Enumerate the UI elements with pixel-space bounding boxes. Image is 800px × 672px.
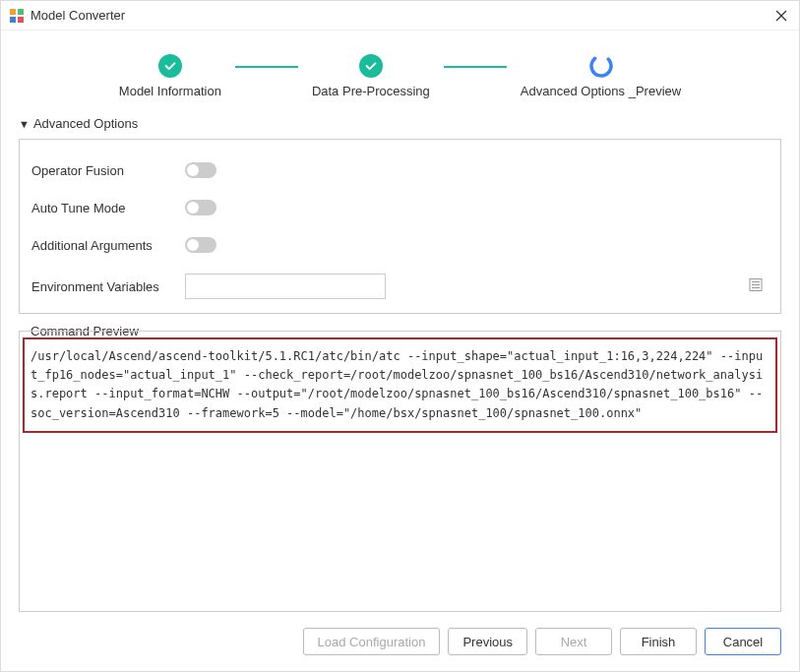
footer: Load Configuration Previous Next Finish …	[1, 612, 799, 671]
step-data-preprocessing[interactable]: Data Pre-Processing	[312, 54, 430, 98]
previous-button[interactable]: Previous	[448, 628, 527, 655]
app-icon	[9, 8, 25, 24]
svg-point-6	[589, 54, 613, 78]
svg-rect-1	[18, 9, 24, 15]
advanced-options-toggle[interactable]: ▼ Advanced Options	[19, 116, 781, 131]
operator-fusion-toggle[interactable]	[185, 162, 216, 178]
command-text[interactable]: /usr/local/Ascend/ascend-toolkit/5.1.RC1…	[23, 337, 777, 433]
step-label: Advanced Options _Preview	[521, 84, 681, 98]
dialog-window: Model Converter Model Information Data P…	[0, 0, 800, 672]
step-advanced-options[interactable]: Advanced Options _Preview	[521, 54, 681, 98]
env-vars-label: Environment Variables	[31, 279, 185, 294]
options-panel: Operator Fusion Auto Tune Mode Additiona…	[19, 139, 781, 314]
step-connector	[235, 66, 298, 68]
auto-tune-toggle[interactable]	[185, 200, 216, 215]
spinner-icon	[589, 54, 613, 78]
next-button[interactable]: Next	[535, 628, 612, 655]
content-area: ▼ Advanced Options Operator Fusion Auto …	[1, 116, 799, 612]
option-row: Environment Variables	[31, 264, 769, 313]
list-icon[interactable]	[749, 278, 763, 295]
titlebar: Model Converter	[1, 1, 799, 31]
step-label: Model Information	[119, 84, 221, 98]
cancel-button[interactable]: Cancel	[705, 628, 781, 655]
operator-fusion-label: Operator Fusion	[31, 163, 185, 178]
window-title: Model Converter	[31, 8, 771, 23]
auto-tune-label: Auto Tune Mode	[31, 201, 185, 215]
option-row: Additional Arguments	[31, 226, 769, 264]
stepper: Model Information Data Pre-Processing Ad…	[1, 31, 799, 116]
step-connector	[444, 66, 507, 68]
step-label: Data Pre-Processing	[312, 84, 430, 98]
option-row: Operator Fusion	[31, 152, 769, 189]
step-model-information[interactable]: Model Information	[119, 54, 221, 98]
svg-rect-0	[10, 9, 16, 15]
svg-rect-2	[10, 17, 16, 23]
finish-button[interactable]: Finish	[620, 628, 697, 655]
load-configuration-button[interactable]: Load Configuration	[303, 628, 441, 655]
svg-rect-3	[18, 17, 24, 23]
section-title: Advanced Options	[33, 116, 138, 131]
triangle-down-icon: ▼	[19, 118, 30, 130]
close-icon[interactable]	[771, 6, 791, 26]
command-preview-panel: /usr/local/Ascend/ascend-toolkit/5.1.RC1…	[19, 331, 781, 612]
additional-arguments-toggle[interactable]	[185, 237, 216, 253]
env-vars-input[interactable]	[185, 274, 386, 299]
check-icon	[158, 54, 182, 78]
option-row: Auto Tune Mode	[31, 189, 769, 226]
check-icon	[359, 54, 383, 78]
additional-arguments-label: Additional Arguments	[31, 238, 185, 253]
